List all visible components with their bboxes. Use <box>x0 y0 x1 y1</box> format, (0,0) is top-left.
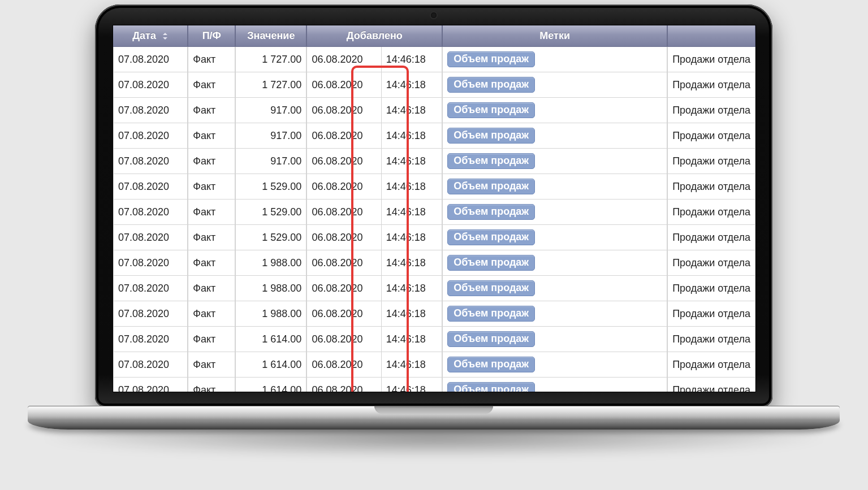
cell-desc: Продажи отдела <box>667 72 755 98</box>
tag-badge[interactable]: Объем продаж <box>447 306 535 322</box>
cell-value: 1 988.00 <box>235 301 306 327</box>
cell-desc: Продажи отдела <box>667 225 755 250</box>
cell-desc: Продажи отдела <box>667 327 755 352</box>
tag-badge[interactable]: Объем продаж <box>447 229 535 245</box>
cell-date: 07.08.2020 <box>113 174 188 200</box>
cell-value: 1 988.00 <box>235 276 306 301</box>
cell-added-time: 14:46:18 <box>382 250 443 276</box>
cell-desc: Продажи отдела <box>667 378 755 392</box>
tag-badge[interactable]: Объем продаж <box>447 357 535 372</box>
table-row[interactable]: 07.08.2020Факт1 727.0006.08.202014:46:18… <box>113 47 755 72</box>
cell-added-time: 14:46:18 <box>382 225 443 250</box>
cell-value: 1 727.00 <box>235 72 306 98</box>
cell-date: 07.08.2020 <box>113 47 188 72</box>
col-header-added[interactable]: Добавлено <box>306 25 442 47</box>
cell-desc: Продажи отдела <box>667 301 755 327</box>
sort-icon <box>162 33 168 40</box>
laptop-mockup: Дата П/Ф Значение Добавлено Метки <box>95 5 772 430</box>
cell-tags: Объем продаж <box>442 276 667 301</box>
col-header-tags[interactable]: Метки <box>442 25 667 47</box>
cell-added-time: 14:46:18 <box>382 276 443 301</box>
cell-pf: Факт <box>188 352 235 378</box>
tag-badge[interactable]: Объем продаж <box>447 102 535 118</box>
tag-badge[interactable]: Объем продаж <box>447 77 535 93</box>
cell-added-date: 06.08.2020 <box>306 327 381 352</box>
cell-desc: Продажи отдела <box>667 123 755 149</box>
cell-tags: Объем продаж <box>442 352 667 378</box>
cell-pf: Факт <box>188 149 235 174</box>
table-row[interactable]: 07.08.2020Факт1 614.0006.08.202014:46:18… <box>113 352 755 378</box>
cell-value: 917.00 <box>235 123 306 149</box>
cell-date: 07.08.2020 <box>113 276 188 301</box>
tag-badge[interactable]: Объем продаж <box>447 204 535 220</box>
cell-pf: Факт <box>188 98 235 123</box>
cell-pf: Факт <box>188 327 235 352</box>
cell-date: 07.08.2020 <box>113 301 188 327</box>
cell-desc: Продажи отдела <box>667 200 755 225</box>
tag-badge[interactable]: Объем продаж <box>447 179 535 194</box>
table-row[interactable]: 07.08.2020Факт917.0006.08.202014:46:18Об… <box>113 98 755 123</box>
cell-pf: Факт <box>188 123 235 149</box>
cell-added-time: 14:46:18 <box>382 352 443 378</box>
cell-pf: Факт <box>188 225 235 250</box>
table-row[interactable]: 07.08.2020Факт1 614.0006.08.202014:46:18… <box>113 378 755 392</box>
table-row[interactable]: 07.08.2020Факт1 529.0006.08.202014:46:18… <box>113 174 755 200</box>
table-row[interactable]: 07.08.2020Факт1 614.0006.08.202014:46:18… <box>113 327 755 352</box>
cell-tags: Объем продаж <box>442 378 667 392</box>
cell-value: 917.00 <box>235 149 306 174</box>
tag-badge[interactable]: Объем продаж <box>447 280 535 296</box>
cell-added-date: 06.08.2020 <box>306 72 381 98</box>
cell-added-time: 14:46:18 <box>382 200 443 225</box>
tag-badge[interactable]: Объем продаж <box>447 331 535 347</box>
cell-tags: Объем продаж <box>442 250 667 276</box>
table-row[interactable]: 07.08.2020Факт1 529.0006.08.202014:46:18… <box>113 225 755 250</box>
cell-pf: Факт <box>188 174 235 200</box>
col-header-date[interactable]: Дата <box>113 25 188 47</box>
cell-value: 1 529.00 <box>235 225 306 250</box>
tag-badge[interactable]: Объем продаж <box>447 128 535 144</box>
cell-date: 07.08.2020 <box>113 123 188 149</box>
col-header-pf[interactable]: П/Ф <box>188 25 235 47</box>
cell-tags: Объем продаж <box>442 123 667 149</box>
cell-added-time: 14:46:18 <box>382 47 443 72</box>
cell-added-time: 14:46:18 <box>382 98 443 123</box>
tag-badge[interactable]: Объем продаж <box>447 382 535 392</box>
cell-added-date: 06.08.2020 <box>306 301 381 327</box>
col-header-desc[interactable] <box>667 25 755 47</box>
cell-date: 07.08.2020 <box>113 378 188 392</box>
cell-tags: Объем продаж <box>442 149 667 174</box>
cell-desc: Продажи отдела <box>667 250 755 276</box>
cell-added-time: 14:46:18 <box>382 327 443 352</box>
col-header-value[interactable]: Значение <box>235 25 306 47</box>
cell-added-date: 06.08.2020 <box>306 174 381 200</box>
cell-added-date: 06.08.2020 <box>306 47 381 72</box>
cell-tags: Объем продаж <box>442 72 667 98</box>
laptop-lid: Дата П/Ф Значение Добавлено Метки <box>95 5 772 407</box>
table-row[interactable]: 07.08.2020Факт1 988.0006.08.202014:46:18… <box>113 250 755 276</box>
camera-icon <box>431 12 437 18</box>
cell-value: 917.00 <box>235 98 306 123</box>
table-row[interactable]: 07.08.2020Факт1 529.0006.08.202014:46:18… <box>113 200 755 225</box>
cell-tags: Объем продаж <box>442 301 667 327</box>
tag-badge[interactable]: Объем продаж <box>447 153 535 169</box>
tag-badge[interactable]: Объем продаж <box>447 51 535 67</box>
table-row[interactable]: 07.08.2020Факт917.0006.08.202014:46:18Об… <box>113 149 755 174</box>
cell-tags: Объем продаж <box>442 327 667 352</box>
cell-value: 1 614.00 <box>235 352 306 378</box>
cell-added-date: 06.08.2020 <box>306 378 381 392</box>
cell-pf: Факт <box>188 72 235 98</box>
cell-added-date: 06.08.2020 <box>306 200 381 225</box>
cell-tags: Объем продаж <box>442 200 667 225</box>
table-row[interactable]: 07.08.2020Факт1 988.0006.08.202014:46:18… <box>113 301 755 327</box>
cell-pf: Факт <box>188 378 235 392</box>
tag-badge[interactable]: Объем продаж <box>447 255 535 271</box>
cell-added-date: 06.08.2020 <box>306 352 381 378</box>
cell-added-time: 14:46:18 <box>382 149 443 174</box>
data-table: Дата П/Ф Значение Добавлено Метки <box>113 25 755 392</box>
cell-value: 1 529.00 <box>235 174 306 200</box>
table-row[interactable]: 07.08.2020Факт1 727.0006.08.202014:46:18… <box>113 72 755 98</box>
table-row[interactable]: 07.08.2020Факт1 988.0006.08.202014:46:18… <box>113 276 755 301</box>
col-header-date-label: Дата <box>132 30 156 41</box>
table-row[interactable]: 07.08.2020Факт917.0006.08.202014:46:18Об… <box>113 123 755 149</box>
cell-value: 1 614.00 <box>235 327 306 352</box>
